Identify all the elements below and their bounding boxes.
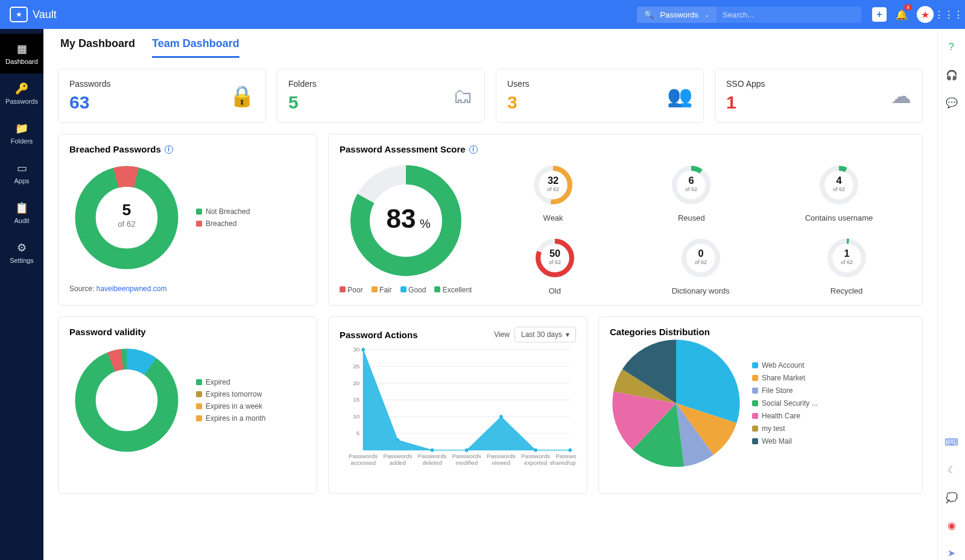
location-icon[interactable]: ◉ [944, 518, 959, 532]
breached-donut: 5 of 62 [69, 160, 184, 275]
svg-text:30: 30 [353, 346, 359, 353]
card-actions: Password Actions View Last 30 days▾ 5101… [328, 316, 587, 494]
svg-text:32: 32 [548, 175, 558, 186]
card-categories: Categories Distribution Web AccountShare… [598, 316, 923, 494]
add-button[interactable]: + [872, 7, 887, 22]
nav-label: Folders [11, 137, 33, 145]
feedback-icon[interactable]: 💭 [944, 490, 959, 505]
nav-label: Dashboard [5, 58, 38, 65]
mini-metric[interactable]: 4 of 62 Contains username [805, 160, 873, 222]
svg-text:0: 0 [698, 248, 703, 259]
tab-team-dashboard[interactable]: Team Dashboard [152, 37, 239, 58]
moon-icon[interactable]: ☾ [944, 462, 959, 477]
actions-chart: 51015202530PasswordsaccessedPasswordsadd… [340, 342, 576, 481]
mini-metric[interactable]: 0 of 62 Dictionary words [672, 233, 730, 295]
legend-item: File Store [752, 386, 818, 395]
mini-metric[interactable]: 50 of 62 Old [530, 233, 580, 295]
svg-text:6: 6 [689, 175, 694, 186]
drawer-icon: 🗂 [453, 84, 473, 108]
svg-point-49 [431, 448, 434, 452]
svg-text:4: 4 [836, 175, 842, 186]
bell-icon: 🔔 [896, 9, 908, 20]
svg-text:accessed: accessed [351, 459, 376, 466]
apps-grid-button[interactable]: ⋮⋮⋮ [942, 8, 955, 21]
legend-item: Health Care [752, 412, 818, 420]
card-title: Categories Distribution [610, 327, 911, 337]
nav-passwords[interactable]: 🔑 Passwords [0, 74, 43, 113]
dashboard-tabs: My Dashboard Team Dashboard [43, 29, 937, 58]
search-input[interactable] [717, 7, 861, 23]
gear-icon: ⚙ [17, 241, 27, 254]
search-icon: 🔍 [644, 10, 654, 19]
svg-text:1: 1 [844, 248, 849, 259]
keyboard-icon[interactable]: ⌨ [944, 435, 959, 449]
svg-point-48 [396, 438, 399, 442]
svg-text:20: 20 [353, 380, 359, 386]
assessment-legend: Poor Fair Good Excellent [340, 286, 472, 294]
help-icon[interactable]: ? [944, 40, 959, 54]
chat-icon[interactable]: 💬 [944, 95, 959, 110]
cursor-icon[interactable]: ➤ [944, 546, 959, 560]
svg-point-53 [568, 448, 572, 452]
legend-label: Expires in a week [206, 402, 262, 411]
folder-icon: 📁 [15, 122, 28, 135]
headphones-icon[interactable]: 🎧 [944, 68, 959, 82]
stat-value: 1 [726, 92, 765, 113]
svg-text:of 62: of 62 [695, 259, 707, 265]
search-category-label: Passwords [660, 10, 698, 19]
svg-text:50: 50 [549, 248, 560, 259]
svg-text:Passwords: Passwords [383, 453, 412, 459]
legend-item: my test [752, 424, 818, 433]
legend-item: Web Mail [752, 437, 818, 445]
validity-legend: Expired Expires tomorrow Expires in a we… [196, 378, 265, 423]
legend-label: Expires in a month [206, 414, 265, 423]
nav-folders[interactable]: 📁 Folders [0, 113, 43, 153]
mini-metric[interactable]: 32 of 62 Weak [528, 160, 578, 222]
nav-apps[interactable]: ▭ Apps [0, 153, 43, 193]
notifications-button[interactable]: 🔔 4 [895, 8, 908, 21]
left-nav: ▦ Dashboard 🔑 Passwords 📁 Folders ▭ Apps… [0, 29, 43, 560]
profile-avatar[interactable]: ★ [917, 6, 934, 23]
view-range-dropdown[interactable]: Last 30 days▾ [514, 327, 576, 342]
stat-label: Passwords [69, 79, 110, 89]
nav-settings[interactable]: ⚙ Settings [0, 233, 43, 272]
nav-label: Passwords [5, 98, 38, 105]
users-icon: 👥 [667, 84, 692, 108]
svg-text:5: 5 [356, 430, 360, 436]
mini-metric[interactable]: 1 of 62 Recycled [822, 233, 872, 295]
mini-metric[interactable]: 6 of 62 Reused [666, 160, 716, 222]
svg-point-50 [465, 448, 469, 452]
legend-label: Breached [206, 219, 236, 228]
lock-icon: 🔒 [229, 84, 255, 108]
info-icon[interactable]: i [165, 145, 173, 154]
assessment-donut: 83 % [346, 160, 466, 281]
main-content: My Dashboard Team Dashboard Passwords 63… [43, 29, 937, 560]
stat-folders[interactable]: Folders 5 🗂 [277, 69, 485, 123]
svg-text:10: 10 [353, 413, 359, 420]
svg-text:Passwords: Passwords [487, 453, 516, 459]
svg-text:of 62: of 62 [547, 186, 559, 192]
svg-text:Passwords: Passwords [555, 453, 576, 459]
breached-source: Source: haveibeenpwned.com [69, 285, 306, 293]
tab-my-dashboard[interactable]: My Dashboard [60, 37, 135, 58]
info-icon[interactable]: i [469, 145, 478, 154]
chevron-down-icon: ▾ [566, 330, 569, 339]
stat-sso[interactable]: SSO Apps 1 ☁ [715, 69, 923, 123]
svg-point-51 [499, 415, 503, 418]
svg-text:Passwords: Passwords [349, 453, 378, 459]
svg-text:15: 15 [353, 396, 359, 403]
search-category-dropdown[interactable]: 🔍 Passwords ⌄ [637, 7, 717, 23]
stat-users[interactable]: Users 3 👥 [496, 69, 704, 123]
nav-label: Audit [14, 217, 29, 224]
card-title: Password Actions [340, 330, 417, 340]
breached-legend: Not Breached Breached [196, 207, 250, 228]
legend-item: Share Market [752, 374, 818, 382]
nav-dashboard[interactable]: ▦ Dashboard [0, 34, 43, 74]
nav-audit[interactable]: 📋 Audit [0, 193, 43, 233]
audit-icon: 📋 [15, 201, 28, 215]
stat-passwords[interactable]: Passwords 63 🔒 [58, 69, 266, 123]
svg-text:Passwords: Passwords [452, 453, 481, 459]
svg-point-52 [534, 448, 537, 452]
app-name: Vault [33, 8, 57, 21]
source-link[interactable]: haveibeenpwned.com [96, 285, 167, 293]
